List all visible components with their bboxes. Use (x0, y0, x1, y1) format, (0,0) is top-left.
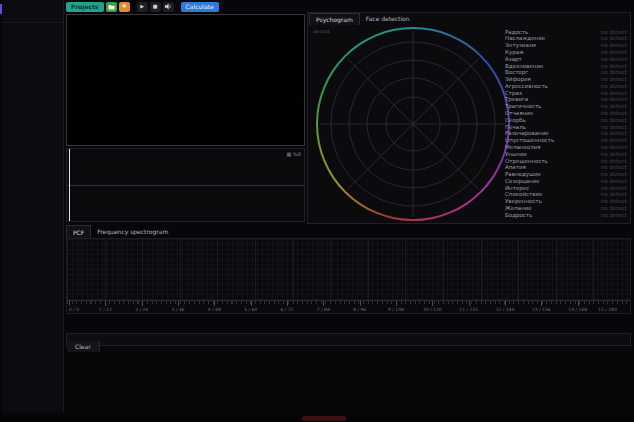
stop-icon: ■ (153, 4, 158, 9)
emotion-name: Созерцание (505, 179, 540, 185)
polar-grid (316, 27, 510, 221)
emotion-value: no detect (601, 57, 627, 63)
emotion-name: Тревога (505, 97, 528, 103)
emotion-value: no detect (601, 152, 627, 158)
axis-tick-label: 7 / 84 (317, 307, 330, 312)
tab-pcf[interactable]: PCF (66, 225, 91, 238)
emotion-value: no detect (601, 77, 627, 83)
axis-tick-label: 15 / 180 (598, 307, 617, 312)
psychogram-chart (316, 27, 510, 221)
emotion-value: no detect (601, 64, 627, 70)
emotion-row[interactable]: Скорбь no detect (505, 117, 627, 124)
emotion-name: Радость (505, 30, 528, 36)
spectrogram-grid (67, 239, 630, 300)
waveform-panel: ▦ full (66, 148, 305, 222)
emotion-value: no detect (601, 138, 627, 144)
emotion-row[interactable]: Бодрость no detect (505, 212, 627, 219)
axis-tick-label: 2 / 24 (135, 307, 148, 312)
psychogram-panel: Psychogram Face detection discard (307, 12, 631, 224)
emotion-value: no detect (601, 30, 627, 36)
tab-frequency-spectrogram[interactable]: Frequency spectrogram (91, 225, 174, 238)
emotion-name: Отрешенность (505, 159, 548, 165)
bottom-strip (0, 415, 634, 422)
plus-icon: + (121, 3, 127, 10)
emotion-value: no detect (601, 97, 627, 103)
spectrogram-panel: 0 / 0 1 / 12 2 / 24 3 / 36 4 / 48 5 / 60… (66, 238, 631, 314)
emotion-name: Отчаяние (505, 111, 533, 117)
waveform-baseline (67, 185, 304, 186)
emotion-value: no detect (601, 192, 627, 198)
emotion-value: no detect (601, 186, 627, 192)
stop-button[interactable]: ■ (150, 2, 161, 12)
emotion-row[interactable]: Азарт no detect (505, 56, 627, 63)
emotion-value: no detect (601, 70, 627, 76)
tab-psychogram[interactable]: Psychogram (309, 13, 360, 25)
emotion-value: no detect (601, 213, 627, 219)
emotion-name: Вдохновение (505, 64, 543, 70)
add-button[interactable]: + (119, 2, 130, 12)
axis-tick-label: 3 / 36 (172, 307, 185, 312)
emotion-value: no detect (601, 125, 627, 131)
emotion-name: Восторг (505, 70, 528, 76)
emotion-value: no detect (601, 199, 627, 205)
emotion-name: Эйфория (505, 77, 531, 83)
speaker-icon (165, 3, 172, 10)
bottom-panel-tabs: PCF Frequency spectrogram (66, 225, 174, 238)
axis-tick-label: 14 / 168 (568, 307, 587, 312)
emotion-name: Желание (505, 206, 532, 212)
playhead-line[interactable] (69, 149, 70, 221)
open-project-button[interactable] (106, 2, 117, 12)
full-scale-toggle[interactable]: ▦ full (287, 151, 301, 157)
emotion-value: no detect (601, 145, 627, 151)
emotion-value: no detect (601, 131, 627, 137)
emotion-name: Агрессивность (505, 84, 548, 90)
axis-tick-label: 10 / 120 (423, 307, 442, 312)
full-scale-label: full (293, 151, 301, 157)
emotion-name: Спокойствие (505, 192, 543, 198)
emotion-name: Бодрость (505, 213, 532, 219)
emotion-name: Интерес (505, 186, 529, 192)
emotion-value: no detect (601, 50, 627, 56)
emotion-name: Печаль (505, 125, 526, 131)
emotion-name: Уверенность (505, 199, 542, 205)
video-preview (66, 14, 305, 146)
emotion-value: no detect (601, 165, 627, 171)
calculate-button[interactable]: Calculate (181, 2, 219, 12)
axis-tick-label: 0 / 0 (69, 307, 79, 312)
emotion-name: Азарт (505, 57, 522, 63)
emotion-name: Кураж (505, 50, 524, 56)
emotion-value: no detect (601, 159, 627, 165)
play-button[interactable]: ▶ (137, 2, 148, 12)
emotion-value: no detect (601, 104, 627, 110)
emotion-name: Наслаждение (505, 36, 545, 42)
emotion-value: no detect (601, 111, 627, 117)
axis-tick-label: 1 / 12 (99, 307, 112, 312)
sidebar-header (2, 0, 63, 23)
toolbar: Projects + ▶ ■ Calculate (66, 1, 219, 12)
axis-tick-label: 12 / 144 (496, 307, 515, 312)
axis-tick-label: 9 / 108 (388, 307, 404, 312)
emotion-value: no detect (601, 91, 627, 97)
emotion-name: Уныние (505, 152, 527, 158)
emotion-value: no detect (601, 206, 627, 212)
clear-bar: Clear (66, 333, 631, 346)
projects-button[interactable]: Projects (66, 2, 104, 12)
time-axis: 0 / 0 1 / 12 2 / 24 3 / 36 4 / 48 5 / 60… (67, 300, 630, 314)
emotion-list: Радость no detect Наслаждение no detect … (505, 29, 627, 219)
emotion-row[interactable]: Уныние no detect (505, 151, 627, 158)
axis-tick-label: 8 / 96 (353, 307, 366, 312)
emotion-name: Страх (505, 91, 522, 97)
emotion-name: Опустошенность (505, 138, 554, 144)
app-window: Projects + ▶ ■ Calculate ▦ full (0, 0, 634, 422)
axis-labels: 0 / 0 1 / 12 2 / 24 3 / 36 4 / 48 5 / 60… (69, 301, 614, 314)
audio-button[interactable] (163, 2, 174, 12)
emotion-value: no detect (601, 84, 627, 90)
clear-button[interactable]: Clear (67, 341, 100, 352)
emotion-name: Скорбь (505, 118, 526, 124)
axis-tick-label: 4 / 48 (208, 307, 221, 312)
emotion-name: Апатия (505, 165, 526, 171)
emotion-value: no detect (601, 179, 627, 185)
axis-tick-label: 5 / 60 (244, 307, 257, 312)
projects-sidebar[interactable] (2, 0, 64, 412)
tab-face-detection[interactable]: Face detection (360, 13, 416, 25)
